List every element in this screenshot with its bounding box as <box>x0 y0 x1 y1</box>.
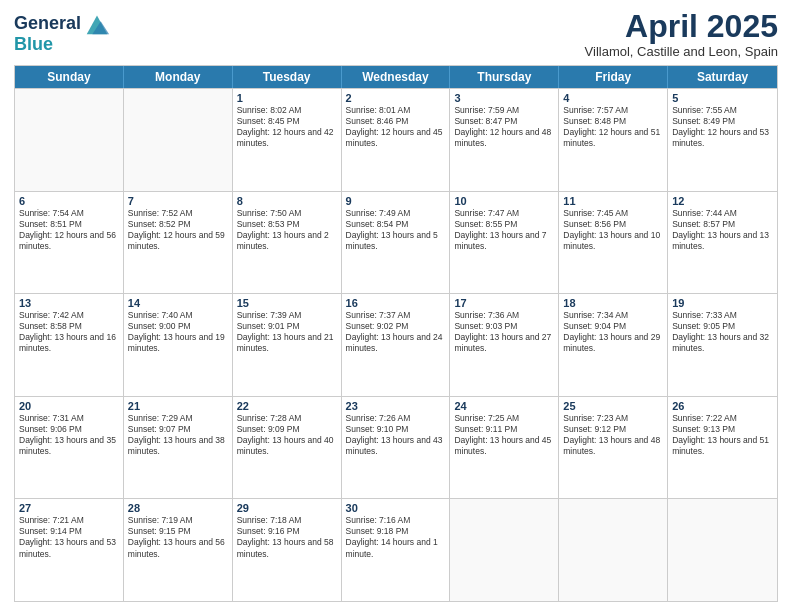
day-number: 28 <box>128 502 228 514</box>
calendar-cell: 13Sunrise: 7:42 AMSunset: 8:58 PMDayligh… <box>15 294 124 396</box>
daylight-text: Daylight: 13 hours and 7 minutes. <box>454 230 554 252</box>
calendar-cell <box>450 499 559 601</box>
day-number: 10 <box>454 195 554 207</box>
sunrise-text: Sunrise: 7:31 AM <box>19 413 119 424</box>
calendar-cell: 20Sunrise: 7:31 AMSunset: 9:06 PMDayligh… <box>15 397 124 499</box>
sunset-text: Sunset: 8:52 PM <box>128 219 228 230</box>
sunrise-text: Sunrise: 7:21 AM <box>19 515 119 526</box>
sunrise-text: Sunrise: 7:50 AM <box>237 208 337 219</box>
sunset-text: Sunset: 9:18 PM <box>346 526 446 537</box>
calendar-cell: 15Sunrise: 7:39 AMSunset: 9:01 PMDayligh… <box>233 294 342 396</box>
location-subtitle: Villamol, Castille and Leon, Spain <box>585 44 778 59</box>
month-title: April 2025 <box>585 10 778 42</box>
day-number: 11 <box>563 195 663 207</box>
sunset-text: Sunset: 9:15 PM <box>128 526 228 537</box>
day-number: 2 <box>346 92 446 104</box>
daylight-text: Daylight: 13 hours and 48 minutes. <box>563 435 663 457</box>
calendar-cell: 29Sunrise: 7:18 AMSunset: 9:16 PMDayligh… <box>233 499 342 601</box>
sunset-text: Sunset: 9:13 PM <box>672 424 773 435</box>
sunrise-text: Sunrise: 7:57 AM <box>563 105 663 116</box>
daylight-text: Daylight: 12 hours and 42 minutes. <box>237 127 337 149</box>
calendar-cell: 30Sunrise: 7:16 AMSunset: 9:18 PMDayligh… <box>342 499 451 601</box>
weekday-header: Monday <box>124 66 233 88</box>
calendar-cell: 10Sunrise: 7:47 AMSunset: 8:55 PMDayligh… <box>450 192 559 294</box>
sunrise-text: Sunrise: 7:16 AM <box>346 515 446 526</box>
daylight-text: Daylight: 12 hours and 56 minutes. <box>19 230 119 252</box>
calendar-cell: 4Sunrise: 7:57 AMSunset: 8:48 PMDaylight… <box>559 89 668 191</box>
sunrise-text: Sunrise: 7:39 AM <box>237 310 337 321</box>
day-number: 29 <box>237 502 337 514</box>
daylight-text: Daylight: 13 hours and 27 minutes. <box>454 332 554 354</box>
sunset-text: Sunset: 8:57 PM <box>672 219 773 230</box>
sunset-text: Sunset: 9:14 PM <box>19 526 119 537</box>
calendar-cell: 7Sunrise: 7:52 AMSunset: 8:52 PMDaylight… <box>124 192 233 294</box>
daylight-text: Daylight: 13 hours and 5 minutes. <box>346 230 446 252</box>
daylight-text: Daylight: 13 hours and 38 minutes. <box>128 435 228 457</box>
daylight-text: Daylight: 12 hours and 48 minutes. <box>454 127 554 149</box>
sunset-text: Sunset: 9:05 PM <box>672 321 773 332</box>
day-number: 20 <box>19 400 119 412</box>
logo: General Blue <box>14 10 111 55</box>
day-number: 9 <box>346 195 446 207</box>
calendar-row: 27Sunrise: 7:21 AMSunset: 9:14 PMDayligh… <box>15 498 777 601</box>
calendar-cell: 11Sunrise: 7:45 AMSunset: 8:56 PMDayligh… <box>559 192 668 294</box>
sunrise-text: Sunrise: 7:29 AM <box>128 413 228 424</box>
sunrise-text: Sunrise: 7:44 AM <box>672 208 773 219</box>
daylight-text: Daylight: 12 hours and 45 minutes. <box>346 127 446 149</box>
sunset-text: Sunset: 9:16 PM <box>237 526 337 537</box>
calendar-cell: 19Sunrise: 7:33 AMSunset: 9:05 PMDayligh… <box>668 294 777 396</box>
daylight-text: Daylight: 13 hours and 13 minutes. <box>672 230 773 252</box>
weekday-header: Saturday <box>668 66 777 88</box>
daylight-text: Daylight: 13 hours and 16 minutes. <box>19 332 119 354</box>
sunset-text: Sunset: 8:47 PM <box>454 116 554 127</box>
calendar-cell: 26Sunrise: 7:22 AMSunset: 9:13 PMDayligh… <box>668 397 777 499</box>
daylight-text: Daylight: 13 hours and 29 minutes. <box>563 332 663 354</box>
sunset-text: Sunset: 8:53 PM <box>237 219 337 230</box>
calendar-cell <box>668 499 777 601</box>
title-area: April 2025 Villamol, Castille and Leon, … <box>585 10 778 59</box>
sunrise-text: Sunrise: 7:33 AM <box>672 310 773 321</box>
day-number: 12 <box>672 195 773 207</box>
sunset-text: Sunset: 8:58 PM <box>19 321 119 332</box>
day-number: 8 <box>237 195 337 207</box>
weekday-header: Thursday <box>450 66 559 88</box>
sunset-text: Sunset: 9:06 PM <box>19 424 119 435</box>
calendar-cell <box>15 89 124 191</box>
day-number: 24 <box>454 400 554 412</box>
sunset-text: Sunset: 9:11 PM <box>454 424 554 435</box>
daylight-text: Daylight: 13 hours and 32 minutes. <box>672 332 773 354</box>
sunrise-text: Sunrise: 7:52 AM <box>128 208 228 219</box>
daylight-text: Daylight: 14 hours and 1 minute. <box>346 537 446 559</box>
daylight-text: Daylight: 13 hours and 53 minutes. <box>19 537 119 559</box>
calendar-body: 1Sunrise: 8:02 AMSunset: 8:45 PMDaylight… <box>15 88 777 601</box>
calendar-cell <box>559 499 668 601</box>
sunrise-text: Sunrise: 7:37 AM <box>346 310 446 321</box>
day-number: 3 <box>454 92 554 104</box>
weekday-header: Wednesday <box>342 66 451 88</box>
daylight-text: Daylight: 13 hours and 51 minutes. <box>672 435 773 457</box>
calendar-row: 1Sunrise: 8:02 AMSunset: 8:45 PMDaylight… <box>15 88 777 191</box>
day-number: 26 <box>672 400 773 412</box>
sunset-text: Sunset: 8:51 PM <box>19 219 119 230</box>
sunset-text: Sunset: 8:54 PM <box>346 219 446 230</box>
calendar-cell: 6Sunrise: 7:54 AMSunset: 8:51 PMDaylight… <box>15 192 124 294</box>
day-number: 27 <box>19 502 119 514</box>
sunrise-text: Sunrise: 8:01 AM <box>346 105 446 116</box>
calendar-cell: 22Sunrise: 7:28 AMSunset: 9:09 PMDayligh… <box>233 397 342 499</box>
calendar-cell: 17Sunrise: 7:36 AMSunset: 9:03 PMDayligh… <box>450 294 559 396</box>
calendar-cell: 16Sunrise: 7:37 AMSunset: 9:02 PMDayligh… <box>342 294 451 396</box>
daylight-text: Daylight: 13 hours and 43 minutes. <box>346 435 446 457</box>
day-number: 18 <box>563 297 663 309</box>
day-number: 22 <box>237 400 337 412</box>
calendar-cell: 2Sunrise: 8:01 AMSunset: 8:46 PMDaylight… <box>342 89 451 191</box>
sunrise-text: Sunrise: 7:23 AM <box>563 413 663 424</box>
day-number: 21 <box>128 400 228 412</box>
calendar-cell: 24Sunrise: 7:25 AMSunset: 9:11 PMDayligh… <box>450 397 559 499</box>
sunset-text: Sunset: 8:45 PM <box>237 116 337 127</box>
daylight-text: Daylight: 12 hours and 53 minutes. <box>672 127 773 149</box>
sunrise-text: Sunrise: 7:45 AM <box>563 208 663 219</box>
day-number: 25 <box>563 400 663 412</box>
sunset-text: Sunset: 8:56 PM <box>563 219 663 230</box>
sunrise-text: Sunrise: 8:02 AM <box>237 105 337 116</box>
sunset-text: Sunset: 9:03 PM <box>454 321 554 332</box>
